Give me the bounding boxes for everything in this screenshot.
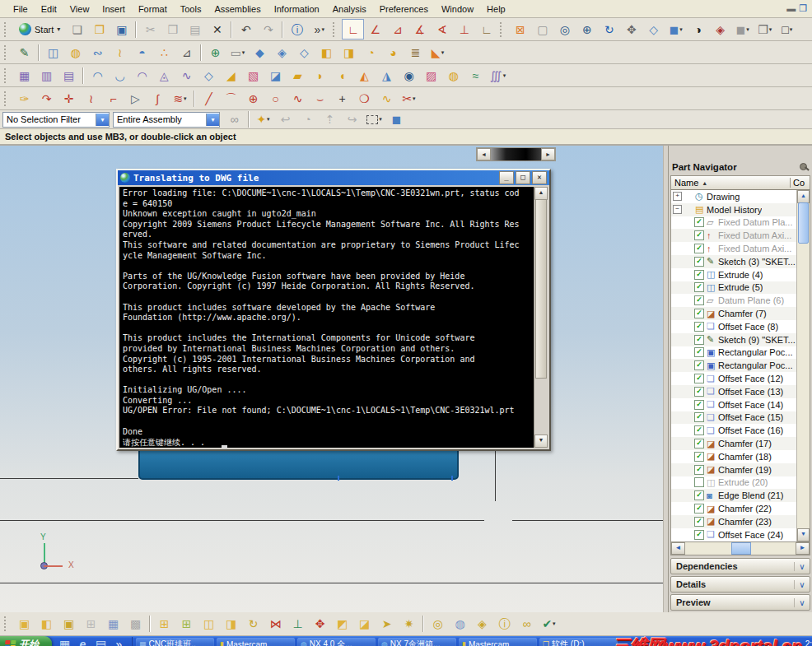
snap-end-point-button[interactable]: ↩ [274, 109, 296, 130]
sketch-button[interactable]: ✎ [13, 42, 35, 63]
undo-button[interactable]: ↶ [235, 19, 257, 40]
wcs-display-button[interactable]: ⊥ [453, 19, 475, 40]
start-button[interactable]: 开始 [0, 636, 52, 646]
task-folder-d[interactable]: ❐ 软件 (D:) [539, 638, 618, 646]
solid-part-body[interactable] [138, 449, 459, 480]
wcs-origin-button[interactable]: ⊿ [386, 19, 408, 40]
bridge-surface-button[interactable]: ∿ [175, 65, 198, 86]
offset-curve-button[interactable]: ▷ [124, 88, 147, 109]
visibility-checkbox[interactable]: ✓ [694, 257, 704, 267]
redo-button[interactable]: ↷ [257, 19, 279, 40]
visibility-checkbox[interactable] [694, 477, 704, 487]
menu-item[interactable]: Edit [35, 2, 63, 16]
visibility-checkbox[interactable]: ✓ [694, 465, 704, 475]
arrangements-button[interactable]: ◪ [353, 614, 376, 634]
law-extension-button[interactable]: ◢ [220, 65, 242, 86]
section-surface-button[interactable]: ◠ [131, 65, 153, 86]
tree-item[interactable]: − ▤ Model History [671, 203, 797, 216]
helix-button[interactable]: ∿ [376, 88, 398, 109]
visibility-checkbox[interactable]: ✓ [694, 360, 704, 370]
ruled-surface-button[interactable]: ▥ [35, 65, 58, 86]
tree-item[interactable]: ✓ ◙ Edge Blend (21) [671, 489, 797, 502]
graphics-window[interactable]: ◄ ► Y X Translating to DWG file _ □ ✕ [0, 146, 663, 612]
visibility-checkbox[interactable]: ✓ [694, 230, 704, 240]
new-parent-button[interactable]: ◫ [198, 614, 220, 634]
visibility-checkbox[interactable]: ✓ [694, 244, 704, 253]
split-body-button[interactable]: ◨ [338, 42, 360, 63]
visibility-checkbox[interactable]: ✓ [694, 504, 704, 514]
visibility-checkbox[interactable]: ✓ [694, 439, 704, 448]
menu-item[interactable]: Window [435, 2, 480, 16]
tree-item[interactable]: ✓ ❏ Offset Face (13) [671, 385, 797, 398]
wireframe-button[interactable]: ◈ [709, 19, 731, 40]
column-header-comment[interactable]: Co [790, 178, 810, 188]
scroll-down-icon[interactable]: ▼ [797, 528, 810, 541]
unite-button[interactable]: ◆ [249, 42, 271, 63]
arc-circle-button[interactable]: ○ [264, 88, 287, 109]
shaded-view-button[interactable]: ◼▾ [665, 19, 687, 40]
tree-item[interactable]: ✓ ◪ Chamfer (7) [671, 307, 797, 320]
soft-blend-button[interactable]: ◖ [331, 65, 353, 86]
chevron-down-icon[interactable]: ▾ [96, 114, 109, 126]
selection-filter-combo[interactable]: No Selection Filter ▾ [2, 112, 110, 128]
tree-item[interactable]: ✓ ↑ Fixed Datum Axi... [671, 242, 797, 255]
scrollbar-thumb[interactable] [731, 542, 751, 555]
visibility-checkbox[interactable]: ✓ [694, 452, 704, 462]
visibility-checkbox[interactable]: ✓ [694, 335, 704, 345]
show-dof-button[interactable]: ✥ [309, 614, 331, 634]
perspective-button[interactable]: ◇ [642, 19, 665, 40]
corner-curve-button[interactable]: ⌐ [102, 88, 124, 109]
layout-button[interactable]: ❒▾ [754, 19, 776, 40]
trim-body-button[interactable]: ◧ [315, 42, 338, 63]
project-curve-button[interactable]: ∫ [147, 88, 169, 109]
tree-item[interactable]: ✓ ◪ Chamfer (17) [671, 437, 797, 450]
emboss-body-button[interactable]: ◓ [131, 42, 153, 63]
deviation-check-button[interactable]: ≈ [464, 65, 487, 86]
revolve-button[interactable]: ◍ [64, 42, 86, 63]
menu-item[interactable]: Analysis [326, 2, 373, 16]
component-info-button[interactable]: ▩ [124, 614, 147, 634]
tree-item[interactable]: ✓ ◪ Chamfer (23) [671, 515, 797, 528]
pattern-feature-button[interactable]: ∴ [153, 42, 175, 63]
chevron-down-icon[interactable]: ▾ [206, 114, 219, 126]
styled-blend-button[interactable]: ◭ [353, 65, 376, 86]
console-scrollbar[interactable]: ▲ ▼ [534, 187, 548, 448]
visibility-checkbox[interactable]: ✓ [694, 387, 704, 397]
task-mastercam-2[interactable]: ▮ Mastercam ... [459, 638, 537, 646]
tree-item[interactable]: ✓ ❏ Offset Face (12) [671, 372, 797, 385]
visibility-checkbox[interactable]: ✓ [694, 322, 704, 332]
section-curve-button[interactable]: ≀ [80, 88, 102, 109]
highlight-lines-button[interactable]: ∭▾ [487, 65, 509, 86]
visibility-checkbox[interactable]: ✓ [694, 282, 704, 292]
menu-item[interactable]: Help [480, 2, 512, 16]
zoom-box-button[interactable]: ▢ [531, 19, 553, 40]
bridge-curve-button[interactable]: ↷ [35, 88, 58, 109]
tree-item[interactable]: ✓ ◫ Extrude (5) [671, 281, 797, 295]
scroll-right-icon[interactable]: ► [796, 542, 810, 555]
save-button[interactable]: ▣ [110, 19, 133, 40]
new-part-button[interactable]: ❏ [66, 19, 88, 40]
circle-button[interactable]: ⊕ [242, 88, 264, 109]
tree-item[interactable]: ✓ ❏ Offset Face (15) [671, 411, 797, 425]
quicklaunch-overflow[interactable]: » [111, 637, 127, 646]
scroll-right-icon[interactable]: ► [541, 148, 555, 160]
studio-spline-button[interactable]: ⌣ [309, 88, 331, 109]
snap-intersection-button[interactable]: ↪ [341, 109, 363, 130]
tree-item[interactable]: ✓ ↑ Fixed Datum Axi... [671, 229, 797, 242]
close-button[interactable]: ✕ [532, 171, 547, 184]
tree-vertical-scrollbar[interactable]: ▲ ▼ [796, 190, 810, 541]
product-outline-button[interactable]: ⊞ [80, 614, 102, 634]
face-analysis-button[interactable]: ◑ [687, 19, 709, 40]
styled-sweep-button[interactable]: ≀ [109, 42, 131, 63]
tree-item[interactable]: ✓ ◪ Chamfer (22) [671, 502, 797, 515]
mirror-assembly-button[interactable]: ⋈ [264, 614, 287, 634]
wcs-save-button[interactable]: ∟ [475, 19, 497, 40]
tree-item[interactable]: ✓ ▣ Rectangular Poc... [671, 346, 797, 360]
new-component-button[interactable]: ⊞ [175, 614, 198, 634]
chamfer-button[interactable]: ◣▾ [427, 42, 449, 63]
rotate-view-button[interactable]: ↻ [598, 19, 620, 40]
visibility-checkbox[interactable]: ✓ [694, 412, 704, 422]
edge-blend-button[interactable]: ◕ [382, 42, 404, 63]
navigator-section-header[interactable]: Details ∨ [670, 576, 810, 593]
zoom-in-out-button[interactable]: ⊕ [576, 19, 598, 40]
